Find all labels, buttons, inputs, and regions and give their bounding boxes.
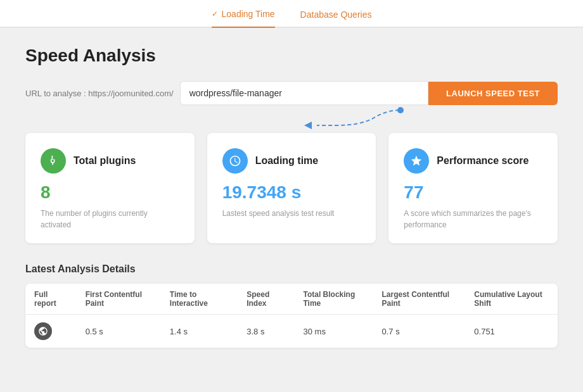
cards-row: Total plugins 8 The number of plugins cu… xyxy=(25,133,558,243)
page-title: Speed Analysis xyxy=(25,46,558,66)
col-total-blocking-time: Total Blocking Time xyxy=(294,284,373,315)
card-total-plugins-title: Total plugins xyxy=(74,155,136,167)
tab-loading-time-label: Loading Time xyxy=(222,9,275,19)
check-icon: ✓ xyxy=(212,9,218,18)
card-total-plugins-header: Total plugins xyxy=(41,148,179,174)
col-time-to-interactive: Time to Interactive xyxy=(161,284,238,315)
url-bar: URL to analyse : https://joomunited.com/… xyxy=(25,81,558,105)
card-total-plugins: Total plugins 8 The number of plugins cu… xyxy=(25,133,195,243)
tabs-bar: ✓ Loading Time Database Queries xyxy=(0,0,583,28)
svg-point-1 xyxy=(397,107,404,113)
analysis-section: Latest Analysis Details Full report Firs… xyxy=(25,263,558,348)
arrow-svg xyxy=(298,105,425,130)
star-icon xyxy=(404,148,429,174)
card-performance-score-desc: A score which summarizes the page's perf… xyxy=(404,208,542,231)
col-full-report: Full report xyxy=(25,284,77,315)
analysis-section-title: Latest Analysis Details xyxy=(25,263,558,275)
cell-speed-index: 3.8 s xyxy=(238,315,294,348)
col-largest-contentful-paint: Largest Contentful Paint xyxy=(373,284,466,315)
main-content: Speed Analysis URL to analyse : https://… xyxy=(0,28,583,360)
svg-marker-0 xyxy=(304,122,312,129)
analysis-table: Full report First Contentful Paint Time … xyxy=(25,284,558,348)
globe-icon xyxy=(34,322,52,340)
card-performance-score: Performance score 77 A score which summa… xyxy=(388,133,558,243)
url-input-wrapper xyxy=(180,81,428,105)
tab-loading-time[interactable]: ✓ Loading Time xyxy=(212,9,275,28)
table-row: 0.5 s 1.4 s 3.8 s 30 ms 0.7 s 0.751 xyxy=(25,315,558,348)
card-performance-score-header: Performance score xyxy=(404,148,542,174)
analysis-table-head: Full report First Contentful Paint Time … xyxy=(25,284,558,315)
tab-database-queries[interactable]: Database Queries xyxy=(300,9,372,27)
col-cumulative-layout-shift: Cumulative Layout Shift xyxy=(465,284,558,315)
card-loading-time-header: Loading time xyxy=(222,148,361,174)
analysis-table-body: 0.5 s 1.4 s 3.8 s 30 ms 0.7 s 0.751 xyxy=(25,315,558,348)
arrow-decoration xyxy=(25,110,558,128)
card-loading-time-title: Loading time xyxy=(255,155,319,167)
url-label: URL to analyse : https://joomunited.com/ xyxy=(25,89,174,98)
launch-speed-test-button[interactable]: LAUNCH SPEED TEST xyxy=(428,82,558,105)
col-speed-index: Speed Index xyxy=(238,284,294,315)
card-total-plugins-value: 8 xyxy=(41,182,179,203)
url-input[interactable] xyxy=(181,82,428,104)
card-performance-score-title: Performance score xyxy=(437,155,529,167)
cell-first-contentful-paint: 0.5 s xyxy=(77,315,161,348)
col-first-contentful-paint: First Contentful Paint xyxy=(77,284,161,315)
card-performance-score-value: 77 xyxy=(404,182,542,203)
cell-time-to-interactive: 1.4 s xyxy=(161,315,238,348)
card-loading-time: Loading time 19.7348 s Lastest speed ana… xyxy=(207,133,376,243)
page-wrapper: ✓ Loading Time Database Queries Speed An… xyxy=(0,0,583,392)
card-total-plugins-desc: The number of plugins currently activate… xyxy=(41,208,179,231)
card-loading-time-desc: Lastest speed analysis test result xyxy=(222,208,361,219)
cell-cumulative-layout-shift: 0.751 xyxy=(465,315,558,348)
tab-database-queries-label: Database Queries xyxy=(300,9,372,20)
cell-full-report xyxy=(25,315,77,348)
clock-icon xyxy=(222,148,248,174)
cell-largest-contentful-paint: 0.7 s xyxy=(373,315,466,348)
card-loading-time-value: 19.7348 s xyxy=(222,182,361,203)
plug-icon xyxy=(41,148,66,174)
analysis-table-header-row: Full report First Contentful Paint Time … xyxy=(25,284,558,315)
cell-total-blocking-time: 30 ms xyxy=(294,315,373,348)
